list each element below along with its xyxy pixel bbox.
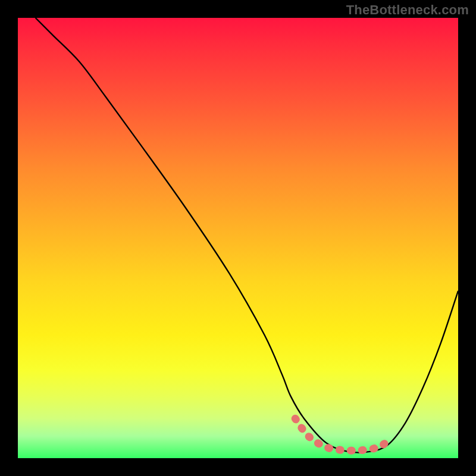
chart-series-highlighted-minimum bbox=[295, 418, 387, 450]
watermark-text: TheBottleneck.com bbox=[346, 2, 469, 18]
chart-svg bbox=[18, 18, 458, 458]
chart-series-black-curve bbox=[36, 18, 458, 453]
chart-plot-area bbox=[18, 18, 458, 458]
